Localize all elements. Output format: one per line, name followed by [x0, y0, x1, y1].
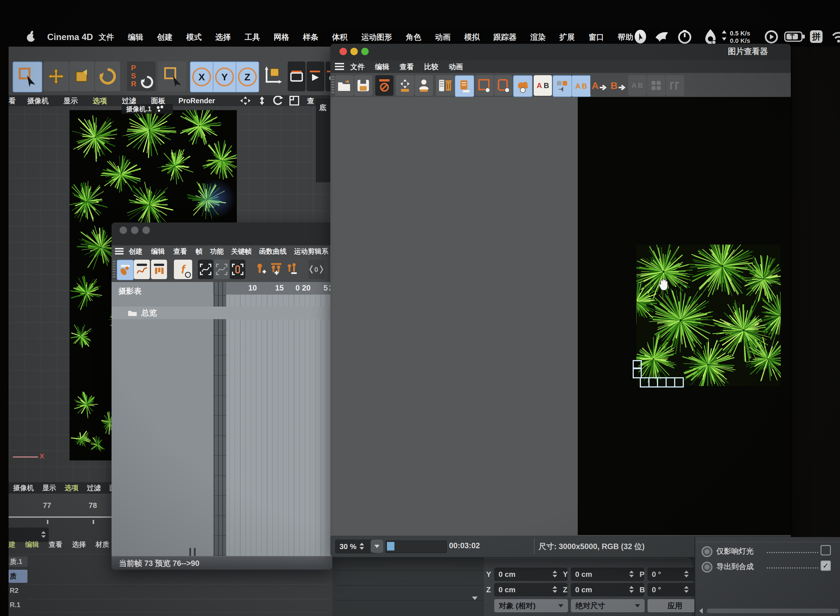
- app-menu-title[interactable]: Cinema 4D: [47, 32, 93, 43]
- battery-icon[interactable]: [784, 31, 805, 43]
- render-view-button[interactable]: [288, 62, 305, 91]
- add-keys-button[interactable]: [269, 260, 284, 279]
- frame-all-button[interactable]: [198, 260, 213, 279]
- menu-mesh[interactable]: 网格: [274, 32, 289, 43]
- matmgr-menu-edit[interactable]: 编辑: [25, 540, 39, 549]
- timeline-ruler[interactable]: 0 5 10: [213, 282, 332, 295]
- coord-field-p[interactable]: 0 °: [648, 568, 699, 581]
- apple-menu[interactable]: [26, 30, 36, 43]
- timeline-minimize-button[interactable]: [131, 226, 138, 234]
- timer-icon[interactable]: [677, 29, 692, 44]
- timeline-titlebar[interactable]: [111, 223, 332, 245]
- viewport2-menu-filter[interactable]: 过滤: [87, 483, 101, 493]
- pv-dual-view-button[interactable]: [494, 75, 513, 96]
- pv-save-button[interactable]: [354, 75, 372, 96]
- wifi-icon[interactable]: [832, 30, 840, 44]
- matmgr-menu-select[interactable]: 选择: [72, 540, 86, 549]
- matmgr-menu-create-partial[interactable]: 建: [9, 540, 15, 549]
- rotate-tool[interactable]: [95, 62, 120, 91]
- motion-mode-button[interactable]: [151, 260, 167, 279]
- menu-spline[interactable]: 样条: [303, 32, 318, 43]
- dope-sheet-mode-button[interactable]: [117, 260, 134, 280]
- pv-hamburger-icon[interactable]: [335, 63, 344, 70]
- menu-extensions[interactable]: 扩展: [559, 32, 575, 43]
- pv-layer-stack-button[interactable]: [455, 75, 474, 97]
- coord-stepper-z2[interactable]: [629, 583, 634, 596]
- timeline-zoom-button[interactable]: [142, 226, 150, 234]
- viewport-menu-options[interactable]: 选项: [93, 96, 107, 106]
- pv-zoom-stepper[interactable]: [359, 540, 365, 553]
- viewport-zoom-icon[interactable]: [257, 96, 267, 106]
- coord-stepper-y1[interactable]: [552, 568, 558, 580]
- tl-menu-functions[interactable]: 功能: [210, 247, 224, 256]
- viewport-menu-display[interactable]: 显示: [63, 96, 78, 106]
- viewport2-menu-camera[interactable]: 摄像机: [13, 483, 34, 493]
- live-selection-tool[interactable]: [13, 62, 43, 92]
- viewport2-menu-display[interactable]: 显示: [43, 483, 56, 493]
- scroll-left-arrow[interactable]: [699, 608, 703, 614]
- viewport-menu-view-partial[interactable]: 看: [9, 96, 16, 106]
- menu-tools[interactable]: 工具: [245, 32, 260, 43]
- pv-goto-a-button[interactable]: A: [590, 75, 608, 96]
- size-mode-dropdown[interactable]: 绝对尺寸: [571, 599, 645, 612]
- matmgr-menu-material[interactable]: 材质: [95, 540, 109, 549]
- pv-user-compare-button[interactable]: [415, 75, 433, 96]
- bird-icon[interactable]: [654, 30, 669, 44]
- tl-menu-view[interactable]: 查看: [173, 247, 187, 256]
- pv-zoom-dropdown[interactable]: [371, 540, 383, 553]
- menu-help[interactable]: 帮助: [618, 32, 633, 43]
- material-item-3[interactable]: R2: [9, 586, 28, 595]
- viewport2-menu-options[interactable]: 选项: [65, 483, 78, 493]
- fcurve-mode-button[interactable]: [134, 260, 150, 279]
- tl-menu-create[interactable]: 创建: [129, 247, 142, 256]
- viewport-maximize-icon[interactable]: [289, 96, 299, 106]
- lock-z-axis-button[interactable]: Z: [236, 62, 259, 92]
- frame-range-button[interactable]: [230, 260, 245, 279]
- pv-zoom-button[interactable]: [361, 48, 369, 55]
- menu-mograph[interactable]: 运动图形: [361, 32, 392, 43]
- viewport-menu-camera[interactable]: 摄像机: [27, 96, 48, 106]
- horizontal-scrollbar[interactable]: [707, 609, 839, 613]
- pv-abort-render-button[interactable]: [375, 75, 394, 96]
- coord-mode-dropdown[interactable]: 对象 (相对): [494, 599, 568, 612]
- material-item-4[interactable]: R.1: [9, 600, 28, 610]
- option2-radio[interactable]: [702, 562, 712, 572]
- menu-simulate[interactable]: 模拟: [464, 32, 479, 43]
- pv-titlebar[interactable]: 图片查看器: [330, 44, 791, 60]
- pv-minimize-button[interactable]: [350, 48, 358, 55]
- menu-volume[interactable]: 体积: [332, 32, 347, 43]
- zero-angle-button[interactable]: 0: [308, 260, 324, 279]
- coord-stepper-p[interactable]: [683, 568, 689, 580]
- coord-stepper-y2[interactable]: [629, 568, 634, 580]
- move-tool[interactable]: [44, 62, 69, 91]
- play-circle-icon[interactable]: [764, 30, 778, 44]
- camera-label[interactable]: 摄像机.1: [126, 105, 151, 113]
- psr-reset-tool[interactable]: PSR: [127, 62, 155, 91]
- menu-tracker[interactable]: 跟踪器: [493, 32, 516, 43]
- droplet-clock-icon[interactable]: [703, 29, 718, 45]
- tl-menu-key[interactable]: 关键帧: [231, 247, 252, 256]
- dopesheet-grid[interactable]: [213, 295, 332, 556]
- pv-single-view-button[interactable]: [475, 75, 494, 96]
- viewport-rotate-icon[interactable]: [273, 96, 283, 106]
- pointer-circle-icon[interactable]: [633, 29, 647, 44]
- pv-toolbar-grip[interactable]: [331, 76, 334, 94]
- pv-open-file-button[interactable]: [335, 75, 353, 96]
- pv-content-gray[interactable]: [333, 97, 578, 535]
- pv-move-image-button[interactable]: [396, 75, 414, 96]
- tl-menu-edit[interactable]: 编辑: [151, 247, 165, 256]
- render-to-pv-button[interactable]: [306, 62, 324, 91]
- menu-select[interactable]: 选择: [215, 32, 231, 43]
- pv-ab-swap-button[interactable]: A B: [572, 75, 591, 97]
- lock-x-axis-button[interactable]: X: [190, 62, 213, 92]
- pv-menu-compare[interactable]: 比较: [424, 62, 438, 72]
- menu-mode[interactable]: 模式: [186, 32, 202, 43]
- menu-animate[interactable]: 动画: [435, 32, 450, 43]
- pv-menu-edit[interactable]: 编辑: [375, 62, 389, 72]
- add-key-button[interactable]: [254, 260, 268, 279]
- pinyin-input-icon[interactable]: 拼: [810, 30, 822, 43]
- pv-menu-animation[interactable]: 动画: [449, 62, 463, 72]
- tl-menu-motionclip[interactable]: 运动剪辑系: [294, 247, 328, 256]
- menu-character[interactable]: 角色: [406, 32, 421, 43]
- object-manager-partial-label[interactable]: 查: [307, 96, 314, 106]
